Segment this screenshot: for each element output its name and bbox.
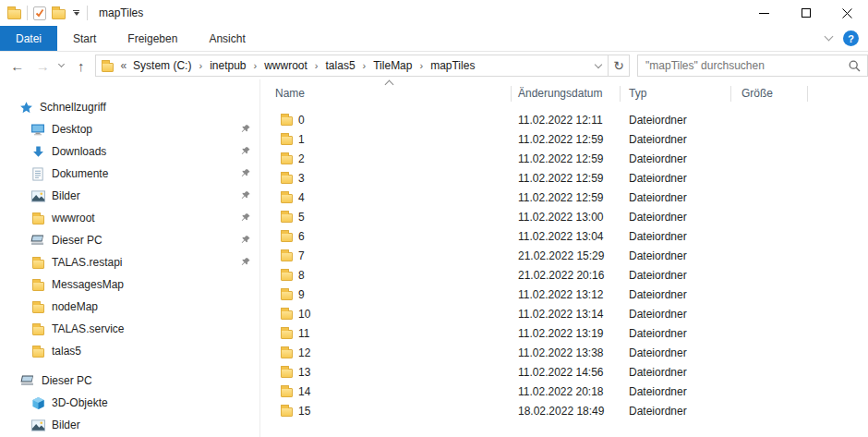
column-resize-handle[interactable]: [511, 86, 512, 102]
breadcrumb-segment[interactable]: wwwroot: [259, 59, 312, 72]
ribbon-right-controls: ?: [826, 26, 868, 51]
breadcrumb-segment[interactable]: talas5: [321, 59, 360, 72]
folder-icon: [281, 213, 293, 223]
breadcrumb-separator-icon[interactable]: ›: [312, 60, 321, 71]
address-dropdown-icon[interactable]: [589, 65, 608, 67]
maximize-button[interactable]: [785, 0, 826, 26]
sidebar-item-downloads[interactable]: Downloads: [0, 140, 259, 163]
folder-icon: [281, 194, 293, 203]
search-icon[interactable]: [849, 60, 867, 72]
recent-locations-icon[interactable]: [54, 65, 69, 67]
sidebar-item-bilder-pc[interactable]: Bilder: [0, 414, 259, 436]
table-row[interactable]: 11 11.02.2022 13:19 Dateiordner: [260, 323, 868, 343]
sidebar-item-dokumente[interactable]: Dokumente: [0, 163, 259, 185]
tab-datei[interactable]: Datei: [0, 26, 57, 51]
sidebar-item-label: Dieser PC: [42, 374, 92, 387]
table-row[interactable]: 1 11.02.2022 12:59 Dateiordner: [260, 129, 868, 149]
back-button[interactable]: ←: [4, 58, 31, 74]
folder-icon: [281, 272, 293, 281]
file-type: Dateiordner: [620, 346, 730, 359]
explorer-app-icon[interactable]: [7, 9, 21, 19]
navigation-toolbar: ← → ↑ « System (C:) › inetpub › wwwroot …: [0, 52, 868, 79]
breadcrumb-separator-icon[interactable]: ›: [416, 60, 426, 71]
pictures-icon: [30, 418, 45, 432]
table-row[interactable]: 3 11.02.2022 12:59 Dateiordner: [260, 168, 868, 188]
sidebar-item-dieser-pc-pinned[interactable]: Dieser PC: [0, 229, 259, 251]
file-type: Dateiordner: [620, 172, 730, 185]
minimize-button[interactable]: [743, 0, 785, 26]
breadcrumb-segment[interactable]: TileMap: [368, 59, 416, 72]
sidebar-item-messagesmap[interactable]: MessagesMap: [0, 273, 259, 296]
sidebar-item-schnellzugriff[interactable]: Schnellzugriff: [0, 96, 259, 118]
column-resize-handle[interactable]: [620, 86, 621, 102]
table-row[interactable]: 5 11.02.2022 13:00 Dateiordner: [260, 207, 868, 226]
tab-ansicht[interactable]: Ansicht: [193, 26, 260, 51]
search-input[interactable]: [638, 59, 849, 72]
tab-start[interactable]: Start: [57, 26, 112, 51]
column-header-date[interactable]: Änderungsdatum: [518, 87, 602, 100]
pin-icon: [240, 124, 251, 135]
table-row[interactable]: 10 11.02.2022 13:14 Dateiordner: [260, 304, 868, 323]
breadcrumb-segment[interactable]: mapTiles: [426, 59, 479, 72]
sidebar-item-label: TALAS.service: [52, 322, 124, 335]
sidebar-item-dieser-pc[interactable]: Dieser PC: [0, 370, 259, 392]
table-row[interactable]: 14 11.02.2022 20:18 Dateiordner: [260, 382, 868, 401]
table-row[interactable]: 9 11.02.2022 13:12 Dateiordner: [260, 285, 868, 304]
sidebar-item-label: Bilder: [52, 419, 80, 431]
breadcrumb-separator-icon[interactable]: ›: [196, 60, 205, 71]
properties-icon[interactable]: [33, 6, 46, 20]
sidebar-item-label: Desktop: [52, 123, 92, 136]
folder-icon: [281, 388, 293, 397]
breadcrumb-segment[interactable]: inetpub: [205, 59, 250, 72]
address-bar[interactable]: « System (C:) › inetpub › wwwroot › tala…: [95, 55, 609, 77]
sidebar-item-wwwroot[interactable]: wwwroot: [0, 207, 259, 229]
file-type: Dateiordner: [620, 133, 730, 146]
folder-icon: [281, 233, 293, 242]
sidebar-item-bilder[interactable]: Bilder: [0, 185, 259, 207]
file-name: 14: [298, 385, 310, 398]
up-button[interactable]: ↑: [69, 58, 93, 74]
file-name: 3: [298, 172, 305, 185]
separator: [87, 6, 88, 20]
table-row[interactable]: 6 11.02.2022 13:04 Dateiordner: [260, 226, 868, 246]
pin-icon: [240, 146, 251, 157]
breadcrumb-overflow[interactable]: «: [119, 59, 128, 72]
refresh-button[interactable]: ↻: [609, 55, 630, 77]
breadcrumb-separator-icon[interactable]: ›: [360, 60, 369, 71]
table-row[interactable]: 0 11.02.2022 12:11 Dateiordner: [260, 110, 868, 129]
pc-icon: [20, 373, 35, 388]
sidebar-item-nodemap[interactable]: nodeMap: [0, 296, 259, 318]
expand-ribbon-icon[interactable]: [825, 32, 834, 42]
table-row[interactable]: 15 18.02.2022 18:49 Dateiordner: [260, 401, 868, 420]
column-header-size[interactable]: Größe: [741, 87, 773, 100]
column-resize-handle[interactable]: [807, 86, 808, 102]
table-row[interactable]: 12 11.02.2022 13:38 Dateiordner: [260, 343, 868, 362]
table-row[interactable]: 7 21.02.2022 15:29 Dateiordner: [260, 246, 868, 265]
folder-icon: [30, 344, 45, 358]
table-row[interactable]: 4 11.02.2022 12:59 Dateiordner: [260, 188, 868, 207]
customize-qat-dropdown-icon[interactable]: [71, 10, 81, 16]
pin-icon: [240, 168, 251, 179]
new-folder-icon[interactable]: [52, 9, 66, 19]
table-row[interactable]: 13 11.02.2022 14:56 Dateiordner: [260, 362, 868, 382]
column-header-type[interactable]: Typ: [629, 87, 646, 100]
sidebar-item-talas-restapi[interactable]: TALAS.restapi: [0, 251, 259, 273]
pin-icon: [240, 212, 251, 224]
table-row[interactable]: 2 11.02.2022 12:59 Dateiordner: [260, 149, 868, 168]
column-header-name[interactable]: Name: [275, 87, 305, 100]
file-date: 11.02.2022 13:38: [511, 346, 620, 359]
column-resize-handle[interactable]: [730, 86, 731, 102]
sidebar-item-talas5[interactable]: talas5: [0, 340, 259, 362]
close-button[interactable]: [826, 0, 868, 26]
sidebar-item-talas-service[interactable]: TALAS.service: [0, 318, 259, 340]
forward-button[interactable]: →: [31, 58, 55, 74]
table-row[interactable]: 8 21.02.2022 20:16 Dateiordner: [260, 265, 868, 285]
file-name: 6: [298, 230, 305, 243]
breadcrumb-segment[interactable]: System (C:): [128, 59, 196, 72]
tab-freigeben[interactable]: Freigeben: [112, 26, 193, 51]
sidebar-item-desktop[interactable]: Desktop: [0, 118, 259, 140]
breadcrumb-separator-icon[interactable]: ›: [251, 60, 260, 71]
folder-icon: [281, 407, 293, 417]
help-icon[interactable]: ?: [843, 30, 859, 46]
sidebar-item-3d-objekte[interactable]: 3D-Objekte: [0, 392, 259, 414]
